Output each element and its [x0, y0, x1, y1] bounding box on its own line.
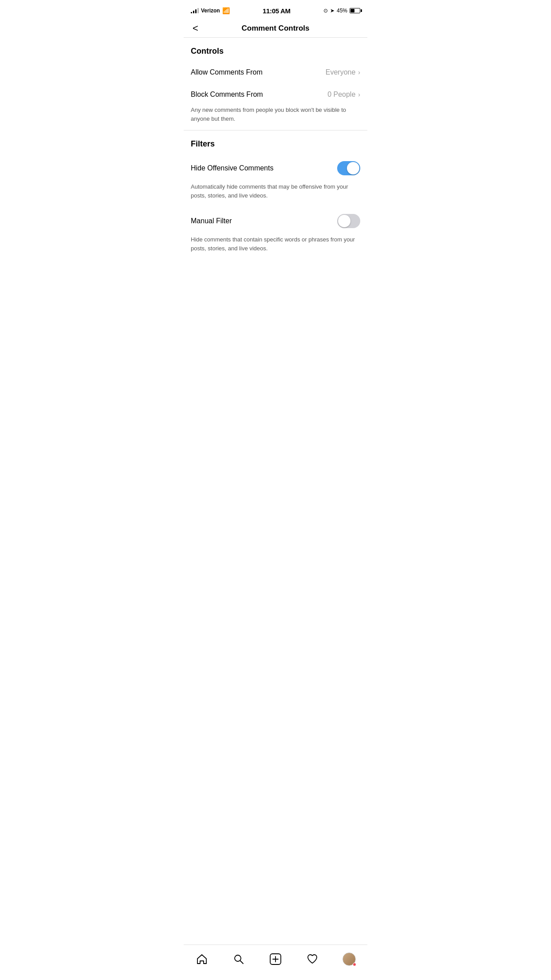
status-right: ⊙ ➤ 45% — [323, 8, 360, 14]
hide-offensive-label: Hide Offensive Comments — [191, 164, 273, 172]
block-comments-value: 0 People — [327, 91, 355, 99]
block-comments-label: Block Comments From — [191, 91, 263, 99]
manual-filter-thumb — [338, 215, 350, 227]
battery-percent: 45% — [337, 8, 347, 14]
hide-offensive-row: Hide Offensive Comments — [184, 154, 367, 182]
content: Controls Allow Comments From Everyone › … — [184, 38, 367, 260]
manual-filter-label: Manual Filter — [191, 217, 232, 225]
manual-filter-description: Hide comments that contain specific word… — [184, 235, 367, 260]
battery-icon — [350, 8, 360, 13]
wifi-icon: 📶 — [222, 7, 230, 14]
controls-section-header: Controls — [184, 38, 367, 61]
signal-icon — [191, 8, 199, 13]
page-title: Comment Controls — [242, 24, 310, 33]
manual-filter-track[interactable] — [337, 214, 360, 228]
carrier-label: Verizon — [201, 8, 220, 14]
back-button[interactable]: < — [191, 22, 200, 35]
status-time: 11:05 AM — [263, 7, 291, 15]
gps-icon: ➤ — [330, 8, 335, 14]
controls-title: Controls — [191, 47, 224, 55]
block-comments-value-container: 0 People › — [327, 91, 360, 99]
status-bar: Verizon 📶 11:05 AM ⊙ ➤ 45% — [184, 0, 367, 20]
manual-filter-row: Manual Filter — [184, 207, 367, 235]
filters-title: Filters — [191, 139, 215, 148]
back-icon: < — [193, 23, 198, 34]
allow-comments-value: Everyone — [326, 68, 356, 76]
allow-comments-label: Allow Comments From — [191, 68, 263, 76]
hide-offensive-track[interactable] — [337, 161, 360, 175]
hide-offensive-thumb — [347, 162, 359, 174]
hide-offensive-description: Automatically hide comments that may be … — [184, 182, 367, 207]
allow-comments-value-container: Everyone › — [326, 68, 360, 76]
block-comments-description: Any new comments from people you block w… — [184, 106, 367, 130]
manual-filter-toggle[interactable] — [337, 214, 360, 228]
block-comments-chevron: › — [358, 91, 360, 98]
filters-section-header: Filters — [184, 130, 367, 154]
block-comments-row[interactable]: Block Comments From 0 People › — [184, 83, 367, 106]
status-left: Verizon 📶 — [191, 7, 230, 14]
allow-comments-row[interactable]: Allow Comments From Everyone › — [184, 61, 367, 83]
hide-offensive-toggle[interactable] — [337, 161, 360, 175]
allow-comments-chevron: › — [358, 69, 360, 76]
nav-bar: < Comment Controls — [184, 20, 367, 38]
location-icon: ⊙ — [323, 8, 328, 14]
